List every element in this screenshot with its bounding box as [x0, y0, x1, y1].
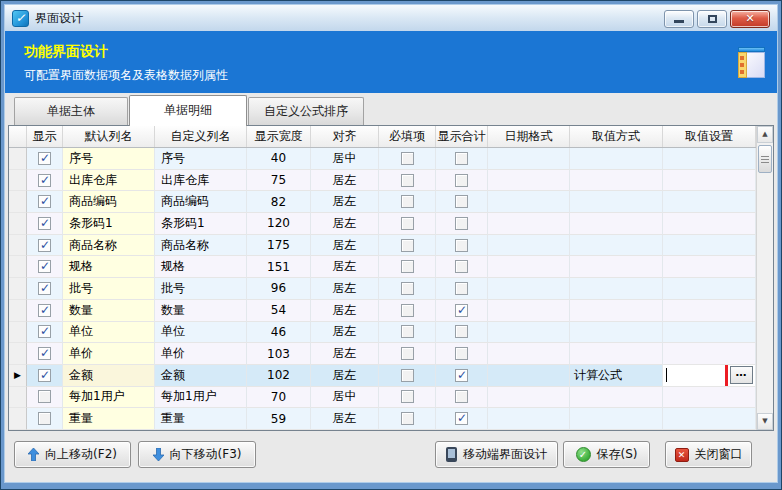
visible-checkbox[interactable] [38, 217, 51, 230]
display-width-cell[interactable]: 96 [247, 278, 311, 300]
display-width-cell[interactable]: 120 [247, 213, 311, 235]
default-name-cell[interactable]: 条形码1 [63, 213, 155, 235]
value-method-cell[interactable] [570, 256, 663, 278]
required-checkbox[interactable] [401, 260, 414, 273]
visible-cell[interactable] [27, 408, 63, 430]
date-format-cell[interactable] [488, 213, 570, 235]
visible-cell[interactable] [27, 300, 63, 322]
date-format-cell[interactable] [488, 365, 570, 387]
column-header[interactable]: 对齐 [311, 126, 379, 147]
required-cell[interactable] [379, 408, 436, 430]
default-name-cell[interactable]: 单价 [63, 343, 155, 365]
custom-name-cell[interactable]: 序号 [155, 148, 247, 170]
display-width-cell[interactable]: 59 [247, 408, 311, 430]
column-header[interactable]: 显示 [27, 126, 63, 147]
show-total-cell[interactable] [436, 365, 488, 387]
required-checkbox[interactable] [401, 217, 414, 230]
value-setting-cell[interactable] [663, 343, 756, 365]
minimize-button[interactable] [664, 10, 694, 28]
required-cell[interactable] [379, 322, 436, 344]
required-cell[interactable] [379, 191, 436, 213]
visible-checkbox[interactable] [38, 152, 51, 165]
required-cell[interactable] [379, 170, 436, 192]
display-width-cell[interactable]: 102 [247, 365, 311, 387]
display-width-cell[interactable]: 82 [247, 191, 311, 213]
scrollbar-thumb[interactable] [758, 145, 772, 173]
show-total-cell[interactable] [436, 256, 488, 278]
default-name-cell[interactable]: 规格 [63, 256, 155, 278]
table-row[interactable]: ▶金额金额102居左计算公式… [9, 365, 756, 387]
value-setting-cell[interactable] [663, 387, 756, 409]
column-header[interactable]: 显示宽度 [247, 126, 311, 147]
visible-cell[interactable] [27, 148, 63, 170]
date-format-cell[interactable] [488, 148, 570, 170]
vertical-scrollbar[interactable]: ▲ ▼ [756, 126, 773, 430]
custom-name-cell[interactable]: 批号 [155, 278, 247, 300]
value-method-cell[interactable] [570, 278, 663, 300]
required-cell[interactable] [379, 365, 436, 387]
align-cell[interactable]: 居左 [311, 278, 379, 300]
show-total-cell[interactable] [436, 148, 488, 170]
required-cell[interactable] [379, 343, 436, 365]
align-cell[interactable]: 居左 [311, 235, 379, 257]
display-width-cell[interactable]: 175 [247, 235, 311, 257]
column-header[interactable]: 自定义列名 [155, 126, 247, 147]
visible-checkbox[interactable] [38, 260, 51, 273]
row-selector-cell[interactable] [9, 213, 27, 235]
show-total-cell[interactable] [436, 278, 488, 300]
date-format-cell[interactable] [488, 278, 570, 300]
visible-checkbox[interactable] [38, 390, 51, 403]
display-width-cell[interactable]: 75 [247, 170, 311, 192]
visible-cell[interactable] [27, 235, 63, 257]
visible-cell[interactable] [27, 170, 63, 192]
column-header[interactable]: 默认列名 [63, 126, 155, 147]
show-total-checkbox[interactable] [455, 390, 468, 403]
row-selector-cell[interactable] [9, 256, 27, 278]
show-total-cell[interactable] [436, 300, 488, 322]
default-name-cell[interactable]: 出库仓库 [63, 170, 155, 192]
date-format-cell[interactable] [488, 235, 570, 257]
close-button[interactable]: ✕ [730, 10, 770, 28]
show-total-checkbox[interactable] [455, 412, 468, 425]
default-name-cell[interactable]: 批号 [63, 278, 155, 300]
custom-name-cell[interactable]: 单价 [155, 343, 247, 365]
show-total-checkbox[interactable] [455, 304, 468, 317]
custom-name-cell[interactable]: 单位 [155, 322, 247, 344]
visible-cell[interactable] [27, 365, 63, 387]
display-width-cell[interactable]: 151 [247, 256, 311, 278]
visible-cell[interactable] [27, 191, 63, 213]
date-format-cell[interactable] [488, 191, 570, 213]
value-method-cell[interactable] [570, 170, 663, 192]
mobile-ui-design-button[interactable]: 移动端界面设计 [435, 441, 558, 468]
required-cell[interactable] [379, 387, 436, 409]
custom-name-cell[interactable]: 数量 [155, 300, 247, 322]
date-format-cell[interactable] [488, 322, 570, 344]
maximize-button[interactable] [697, 10, 727, 28]
display-width-cell[interactable]: 70 [247, 387, 311, 409]
row-selector-cell[interactable] [9, 170, 27, 192]
default-name-cell[interactable]: 数量 [63, 300, 155, 322]
value-setting-cell[interactable] [663, 322, 756, 344]
value-method-cell[interactable] [570, 343, 663, 365]
required-cell[interactable] [379, 300, 436, 322]
value-method-cell[interactable] [570, 213, 663, 235]
date-format-cell[interactable] [488, 300, 570, 322]
required-checkbox[interactable] [401, 152, 414, 165]
align-cell[interactable]: 居左 [311, 191, 379, 213]
table-row[interactable]: 条形码1条形码1120居左 [9, 213, 756, 235]
custom-name-cell[interactable]: 重量 [155, 408, 247, 430]
table-row[interactable]: 商品名称商品名称175居左 [9, 235, 756, 257]
value-setting-cell[interactable] [663, 148, 756, 170]
required-checkbox[interactable] [401, 325, 414, 338]
required-checkbox[interactable] [401, 304, 414, 317]
value-setting-cell[interactable] [663, 235, 756, 257]
show-total-checkbox[interactable] [455, 152, 468, 165]
row-selector-cell[interactable] [9, 343, 27, 365]
display-width-cell[interactable]: 40 [247, 148, 311, 170]
show-total-cell[interactable] [436, 408, 488, 430]
date-format-cell[interactable] [488, 256, 570, 278]
table-row[interactable]: 单位单位46居左 [9, 322, 756, 344]
table-row[interactable]: 序号序号40居中 [9, 148, 756, 170]
column-header[interactable]: 显示合计 [436, 126, 488, 147]
show-total-cell[interactable] [436, 235, 488, 257]
